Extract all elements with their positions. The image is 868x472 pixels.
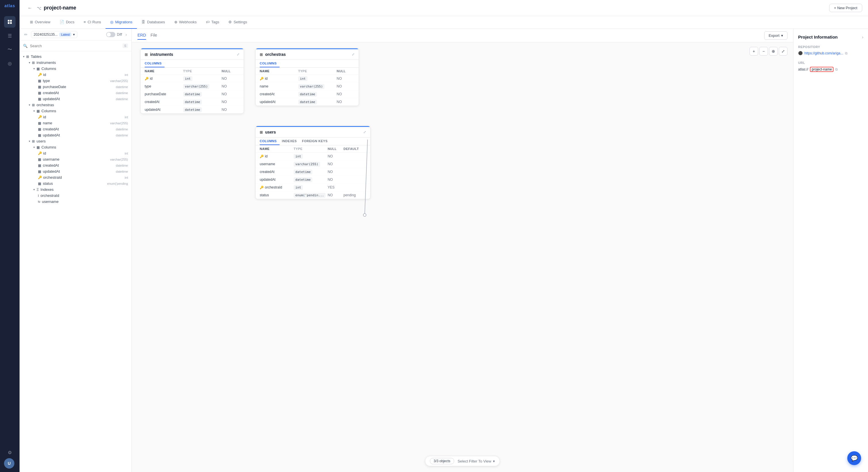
pk-icon: 🔑	[145, 77, 149, 81]
project-title: project-name	[44, 5, 76, 11]
users-orchestraId-label: orchestraId	[43, 175, 123, 180]
tags-icon: 🏷	[206, 20, 210, 24]
tab-ci-runs[interactable]: ≡ CI Runs	[79, 16, 106, 29]
copy-url-button[interactable]: ⧉	[835, 67, 838, 71]
zoom-out-button[interactable]: −	[759, 47, 768, 56]
erd-tab-erd[interactable]: ERD	[137, 31, 146, 40]
users-columns-tab[interactable]: COLUMNS	[260, 138, 280, 145]
table-row[interactable]: createdAt datetime NO	[256, 168, 370, 176]
tree-orchestras-createdAt[interactable]: ▦ createdAt datetime	[20, 126, 131, 132]
collapse-tree-button[interactable]: ›	[124, 31, 128, 38]
table-row[interactable]: updatedAt datetime NO	[256, 176, 370, 184]
tree-users-username[interactable]: ▦ username varchar(255)	[20, 156, 131, 162]
table-row[interactable]: 🔑 id int NO	[141, 75, 244, 83]
table-row[interactable]: createdAt datetime NO	[141, 98, 244, 106]
tree-users-index-username[interactable]: iu username	[20, 199, 131, 205]
tree-users-createdAt[interactable]: ▦ createdAt datetime	[20, 162, 131, 168]
table-row[interactable]: name varchar(255) NO	[256, 83, 359, 90]
table-row[interactable]: 🔑 orchestraId int YES	[256, 184, 370, 191]
tree-orchestras[interactable]: ▾ ⊞ orchestras	[20, 102, 131, 108]
tab-webhooks[interactable]: ⊕ Webhooks	[170, 16, 201, 29]
edit-button[interactable]: ✏	[23, 31, 29, 38]
filter-select[interactable]: Select Filter To View ▾	[458, 459, 495, 463]
new-project-button[interactable]: + New Project	[829, 4, 862, 12]
users-status-label: status	[43, 181, 106, 186]
tab-tags[interactable]: 🏷 Tags	[201, 16, 224, 29]
sidebar-icon-activity[interactable]: 〜	[4, 44, 16, 55]
diff-toggle-switch[interactable]	[106, 32, 115, 37]
sidebar-icon-compass[interactable]: ◎	[4, 58, 16, 69]
col-icon: ▦	[38, 85, 41, 89]
tree-instruments-type[interactable]: ▦ type varchar(255)	[20, 78, 131, 84]
tree-instruments-id[interactable]: 🔑 id int	[20, 72, 131, 78]
erd-canvas[interactable]: + − ⊕ ⤢ ⊞ instruments ⤢ COLUMNS	[132, 42, 793, 472]
users-foreignkeys-tab[interactable]: FOREIGN KEYS	[302, 138, 331, 145]
instruments-expand-icon[interactable]: ⤢	[237, 52, 240, 56]
orchestras-columns-tab[interactable]: COLUMNS	[260, 60, 280, 67]
tree-orchestras-id[interactable]: 🔑 id int	[20, 114, 131, 120]
url-display: atlas://project-name ⧉	[798, 67, 863, 72]
copy-repo-url-button[interactable]: ⧉	[845, 51, 847, 55]
users-table-icon: ⊞	[32, 139, 35, 143]
orchestras-updatedAt-label: updatedAt	[43, 133, 115, 137]
tree-users-status[interactable]: ▦ status enum('pending	[20, 180, 131, 186]
sidebar-icon-list[interactable]: ☰	[4, 30, 16, 41]
tree-tables-group[interactable]: ▾ ⊞ Tables	[20, 54, 131, 60]
instruments-columns-tab[interactable]: COLUMNS	[145, 60, 164, 67]
tree-users-id[interactable]: 🔑 id int	[20, 150, 131, 156]
zoom-in-button[interactable]: +	[749, 47, 758, 56]
tree-orchestras-updatedAt[interactable]: ▦ updatedAt datetime	[20, 132, 131, 138]
erd-table-users[interactable]: ⊞ users ⤢ COLUMNS INDEXES FOREIGN KEYS N…	[255, 126, 370, 199]
tree-users-indexes-group[interactable]: ▾ Ξ Indexes	[20, 186, 131, 193]
erd-table-instruments[interactable]: ⊞ instruments ⤢ COLUMNS Name Type Null	[141, 48, 244, 114]
table-row[interactable]: purchaseDate datetime NO	[141, 90, 244, 98]
zoom-fit-button[interactable]: ⊕	[769, 47, 778, 56]
migrations-icon: ◎	[110, 20, 113, 24]
table-row[interactable]: type varchar(255) NO	[141, 83, 244, 90]
tree-instruments-columns-group[interactable]: ▾ ▦ Columns	[20, 66, 131, 72]
export-button[interactable]: Export ▾	[764, 31, 787, 40]
tab-docs[interactable]: 📄 Docs	[55, 16, 79, 29]
tree-instruments-createdAt[interactable]: ▦ createdAt datetime	[20, 90, 131, 96]
table-row[interactable]: 🔑 id int NO	[256, 75, 359, 83]
tab-migrations[interactable]: ◎ Migrations	[105, 16, 137, 29]
table-row[interactable]: updatedAt datetime NO	[141, 106, 244, 113]
table-row[interactable]: status enum('pendin... NO pending	[256, 191, 370, 199]
tree-users-index-orchestraId[interactable]: i orchestraId	[20, 193, 131, 199]
tab-databases[interactable]: 🗄 Databases	[137, 16, 169, 29]
tree-instruments-updatedAt[interactable]: ▦ updatedAt datetime	[20, 96, 131, 102]
col-icon: ▦	[38, 133, 41, 137]
search-input[interactable]	[30, 44, 120, 48]
orchestras-expand-icon[interactable]: ⤢	[352, 52, 354, 56]
chat-button[interactable]: 💬	[847, 451, 861, 465]
repository-link[interactable]: https://github.com/ariga...	[804, 51, 843, 55]
erd-tab-file[interactable]: File	[151, 31, 157, 40]
tree-instruments[interactable]: ▾ ⊞ instruments	[20, 60, 131, 66]
version-selector[interactable]: 20240325135... Latest ▾	[31, 31, 78, 38]
users-expand-icon[interactable]: ⤢	[363, 130, 366, 134]
tree-users-updatedAt[interactable]: ▦ updatedAt datetime	[20, 168, 131, 174]
columns-icon: ▦	[36, 145, 40, 149]
panel-expand-button[interactable]: ›	[862, 35, 863, 39]
tree-users[interactable]: ▾ ⊞ users	[20, 138, 131, 144]
back-button[interactable]: ←	[25, 4, 34, 12]
table-row[interactable]: createdAt datetime NO	[256, 90, 359, 98]
erd-table-orchestras[interactable]: ⊞ orchestras ⤢ COLUMNS Name Type Null	[255, 48, 359, 106]
zoom-fullscreen-button[interactable]: ⤢	[779, 47, 787, 56]
table-row[interactable]: updatedAt datetime NO	[256, 98, 359, 106]
tree-orchestras-name[interactable]: ▦ name varchar(255)	[20, 120, 131, 126]
user-avatar[interactable]: U	[4, 458, 14, 469]
search-bar: 🔍 S	[20, 40, 131, 51]
tab-overview[interactable]: ⊞ Overview	[25, 16, 55, 29]
table-row[interactable]: 🔑 id int NO	[256, 152, 370, 160]
tree-instruments-purchaseDate[interactable]: ▦ purchaseDate datetime	[20, 84, 131, 90]
sidebar-icon-settings[interactable]: ⚙	[4, 447, 16, 458]
tree-orchestras-columns-group[interactable]: ▾ ▦ Columns	[20, 108, 131, 114]
tab-settings[interactable]: ⚙ Settings	[224, 16, 252, 29]
users-indexes-tab[interactable]: INDEXES	[282, 138, 300, 145]
project-icon: ⌥	[37, 6, 41, 10]
table-row[interactable]: username varchar(255) NO	[256, 160, 370, 168]
sidebar-icon-grid[interactable]	[4, 16, 16, 28]
tree-users-columns-group[interactable]: ▾ ▦ Columns	[20, 144, 131, 150]
tree-users-orchestraId[interactable]: 🔑 orchestraId int	[20, 174, 131, 180]
